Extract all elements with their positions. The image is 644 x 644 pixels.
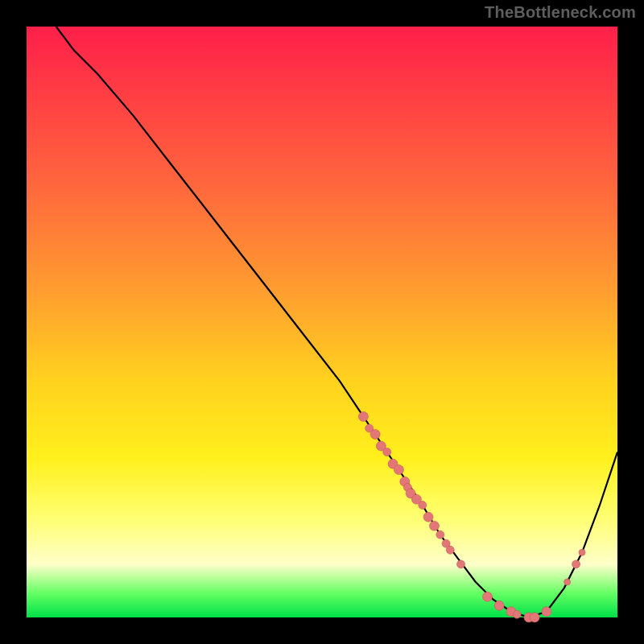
curve-marker (383, 448, 391, 456)
curve-marker (436, 530, 444, 539)
curve-marker (494, 601, 504, 610)
curve-marker (419, 502, 427, 510)
chart-svg (27, 27, 617, 617)
curve-marker (483, 592, 493, 601)
curve-marker (572, 560, 580, 568)
curve-markers (358, 411, 585, 622)
curve-marker (430, 521, 440, 530)
curve-marker (394, 465, 403, 475)
page-root: TheBottleneck.com (0, 0, 644, 644)
curve-marker (423, 512, 433, 522)
bottleneck-curve (56, 27, 617, 617)
curve-marker (457, 560, 465, 568)
watermark-label: TheBottleneck.com (485, 3, 636, 22)
curve-marker (564, 579, 571, 585)
curve-marker (579, 549, 585, 555)
curve-marker (358, 411, 368, 421)
curve-marker (542, 607, 551, 617)
curve-marker (370, 430, 380, 440)
curve-marker (446, 546, 454, 554)
curve-marker (513, 610, 521, 618)
curve-marker (530, 613, 539, 622)
